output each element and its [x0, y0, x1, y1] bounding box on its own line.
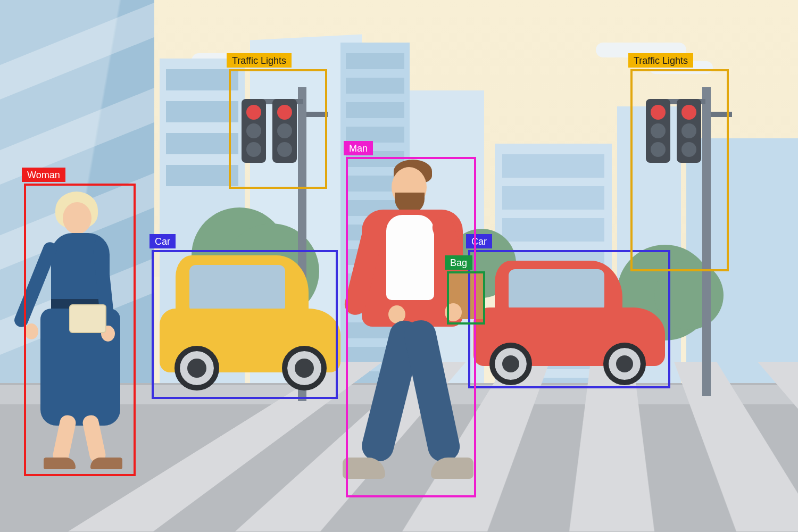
detection-label[interactable]: Traffic Lights: [227, 53, 292, 68]
detection-overlay-layer: WomanCarCarTraffic LightsTraffic LightsM…: [0, 0, 798, 532]
detection-label[interactable]: Man: [344, 141, 373, 155]
detection-label[interactable]: Traffic Lights: [628, 53, 693, 68]
detection-box[interactable]: [152, 250, 338, 399]
detection-label[interactable]: Woman: [22, 168, 65, 182]
detection-man[interactable]: Man: [346, 157, 476, 497]
detection-label[interactable]: Bag: [445, 255, 472, 270]
detection-woman[interactable]: Woman: [24, 184, 136, 476]
detection-box[interactable]: [630, 69, 729, 271]
detection-tl_left[interactable]: Traffic Lights: [229, 69, 327, 189]
detection-box[interactable]: [346, 157, 476, 497]
detection-label[interactable]: Car: [149, 234, 176, 248]
detection-bag[interactable]: Bag: [447, 271, 485, 325]
detection-car_left[interactable]: Car: [152, 250, 338, 399]
detection-box[interactable]: [229, 69, 327, 189]
detection-tl_right[interactable]: Traffic Lights: [630, 69, 729, 271]
detection-box[interactable]: [24, 184, 136, 476]
detection-box[interactable]: [447, 271, 485, 325]
